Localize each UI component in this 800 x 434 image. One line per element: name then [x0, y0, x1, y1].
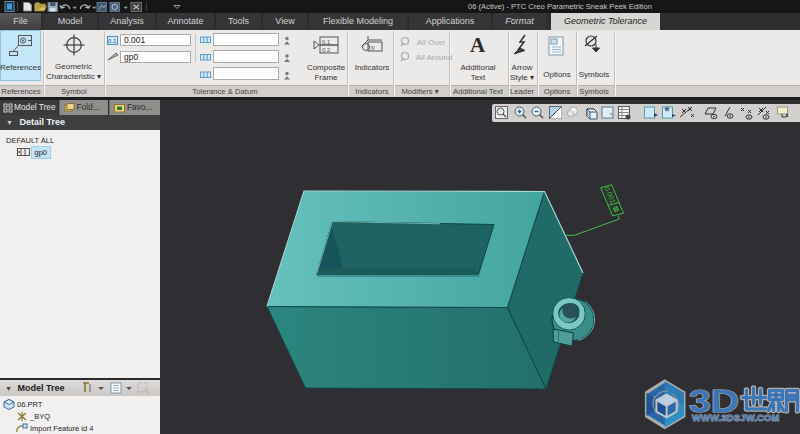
- svg-text:N: N: [369, 44, 375, 52]
- svg-text:WWW.3DSJW.COM: WWW.3DSJW.COM: [692, 412, 780, 423]
- svg-text:0.1: 0.1: [322, 39, 331, 45]
- svg-text:0.1: 0.1: [108, 38, 117, 44]
- svg-text:0.2: 0.2: [322, 47, 331, 53]
